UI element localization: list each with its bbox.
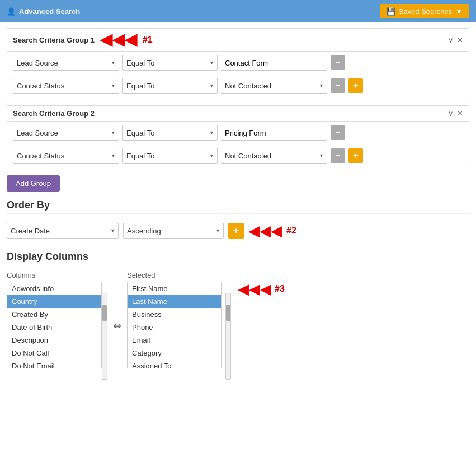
main-content: Search Criteria Group 1 ◀◀◀ #1 ∨ ✕ Lead … xyxy=(0,22,476,385)
value-input-1-1[interactable] xyxy=(221,55,327,71)
selected-columns-list[interactable]: First Name Last Name Business Phone Emai… xyxy=(127,282,222,368)
field-select-wrapper-1-2: Lead Source Contact Status Create Date xyxy=(13,78,119,94)
field-select-wrapper-1-1: Lead Source Contact Status Create Date xyxy=(13,55,119,71)
value-select-wrapper-2-2: Not Contacted Contacted xyxy=(221,148,327,164)
value-select-wrapper-1-2: Not Contacted Contacted xyxy=(221,78,327,94)
group-2-header: Search Criteria Group 2 ∨ ✕ xyxy=(7,106,469,122)
field-select-1-2[interactable]: Lead Source Contact Status Create Date xyxy=(13,78,119,94)
group-1-title: Search Criteria Group 1 ◀◀◀ #1 xyxy=(13,32,153,48)
order-by-row: Create Date First Name Last Name Ascendi… xyxy=(7,220,469,242)
available-columns-box: Columns Adwords info Country Created By … xyxy=(7,271,107,380)
list-item[interactable]: Assigned To xyxy=(128,359,221,368)
close-icon-2[interactable]: ✕ xyxy=(457,109,463,118)
collapse-icon-1[interactable]: ∨ xyxy=(448,36,454,44)
remove-row-1-1-button[interactable]: − xyxy=(331,55,345,70)
transfer-button-col: ⇔ xyxy=(113,282,121,369)
add-group-button[interactable]: Add Group xyxy=(7,175,60,192)
selected-columns-box: Selected First Name Last Name Business P… xyxy=(127,271,285,380)
header-title: 👤 Advanced Search xyxy=(7,7,80,16)
list-item[interactable]: Phone xyxy=(128,321,221,334)
group-1-row-1: Lead Source Contact Status Create Date E… xyxy=(7,52,469,74)
order-direction-select[interactable]: Ascending Descending xyxy=(123,223,224,239)
operator-select-2-2[interactable]: Equal To xyxy=(122,148,218,164)
order-field-select[interactable]: Create Date First Name Last Name xyxy=(7,223,119,239)
selected-columns-label: Selected xyxy=(127,271,285,279)
value-select-1-2[interactable]: Not Contacted Contacted xyxy=(221,78,327,94)
list-item[interactable]: Date of Birth xyxy=(7,321,101,334)
annotation-arrow-1: ◀◀◀ xyxy=(100,32,137,48)
operator-select-2-1[interactable]: Equal To xyxy=(122,125,218,141)
group-2-title: Search Criteria Group 2 xyxy=(13,109,95,118)
operator-select-1-1[interactable]: Equal To Not Equal To xyxy=(122,55,218,71)
columns-layout: Columns Adwords info Country Created By … xyxy=(7,271,469,380)
remove-row-2-1-button[interactable]: − xyxy=(331,125,345,140)
field-select-wrapper-2-1: Lead Source Contact Status xyxy=(13,125,119,141)
add-row-2-2-button[interactable]: + xyxy=(348,148,363,163)
field-select-2-2[interactable]: Lead Source Contact Status xyxy=(13,148,119,164)
available-columns-label: Columns xyxy=(7,271,107,279)
list-item[interactable]: Description xyxy=(7,334,101,347)
group-1-header: Search Criteria Group 1 ◀◀◀ #1 ∨ ✕ xyxy=(7,29,469,52)
operator-select-wrapper-1-1: Equal To Not Equal To xyxy=(122,55,218,71)
available-list-scrollbar[interactable] xyxy=(102,293,107,380)
field-select-2-1[interactable]: Lead Source Contact Status xyxy=(13,125,119,141)
operator-select-wrapper-2-2: Equal To xyxy=(122,148,218,164)
save-icon: 💾 xyxy=(387,7,395,16)
field-select-wrapper-2-2: Lead Source Contact Status xyxy=(13,148,119,164)
remove-row-2-2-button[interactable]: − xyxy=(331,148,345,163)
collapse-icon-2[interactable]: ∨ xyxy=(448,109,454,118)
search-criteria-group-1: Search Criteria Group 1 ◀◀◀ #1 ∨ ✕ Lead … xyxy=(7,28,469,97)
annotation-arrow-2: ◀◀◀ xyxy=(248,223,282,238)
list-item[interactable]: Email xyxy=(128,334,221,347)
header: 👤 Advanced Search 💾 Saved Searches ▼ xyxy=(0,0,476,22)
list-item[interactable]: Country xyxy=(7,295,101,308)
search-criteria-group-2: Search Criteria Group 2 ∨ ✕ Lead Source … xyxy=(7,105,469,167)
operator-select-wrapper-2-1: Equal To xyxy=(122,125,218,141)
display-columns-section: Display Columns Columns Adwords info Cou… xyxy=(7,251,469,380)
list-item[interactable]: Adwords info xyxy=(7,282,101,295)
group-2-row-2: Lead Source Contact Status Equal To Not … xyxy=(7,144,469,167)
list-item[interactable]: Do Not Call xyxy=(7,347,101,359)
add-row-1-2-button[interactable]: + xyxy=(348,78,363,93)
annotation-label-1: #1 xyxy=(143,35,153,45)
list-item[interactable]: Business xyxy=(128,308,221,321)
annotation-label-2: #2 xyxy=(286,226,296,236)
remove-row-1-2-button[interactable]: − xyxy=(331,78,345,93)
list-item[interactable]: Do Not Email xyxy=(7,359,101,368)
order-direction-select-wrapper: Ascending Descending xyxy=(123,223,224,239)
group-1-controls: ∨ ✕ xyxy=(448,36,463,44)
list-item[interactable]: Created By xyxy=(7,308,101,321)
user-icon: 👤 xyxy=(7,7,16,16)
annotation-arrow-3: ◀◀◀ xyxy=(238,282,271,296)
available-columns-list[interactable]: Adwords info Country Created By Date of … xyxy=(7,282,102,368)
operator-select-wrapper-1-2: Equal To Not Equal To xyxy=(122,78,218,94)
chevron-down-icon: ▼ xyxy=(455,7,463,16)
close-icon-1[interactable]: ✕ xyxy=(457,36,463,44)
selected-list-scrollbar[interactable] xyxy=(225,293,231,380)
field-select-1-1[interactable]: Lead Source Contact Status Create Date xyxy=(13,55,119,71)
group-2-controls: ∨ ✕ xyxy=(448,109,463,118)
display-columns-title: Display Columns xyxy=(7,251,469,265)
value-select-2-2[interactable]: Not Contacted Contacted xyxy=(221,148,327,164)
add-order-button[interactable]: + xyxy=(228,223,244,239)
list-item[interactable]: Category xyxy=(128,347,221,359)
annotation-3-container: ◀◀◀ #3 xyxy=(238,282,285,296)
group-2-row-1: Lead Source Contact Status Equal To − xyxy=(7,122,469,144)
saved-searches-button[interactable]: 💾 Saved Searches ▼ xyxy=(380,4,469,18)
order-by-section: Order By Create Date First Name Last Nam… xyxy=(7,199,469,242)
order-by-title: Order By xyxy=(7,199,469,214)
transfer-button[interactable]: ⇔ xyxy=(113,320,121,332)
value-input-2-1[interactable] xyxy=(221,125,327,141)
list-item[interactable]: Last Name xyxy=(128,295,221,308)
order-field-select-wrapper: Create Date First Name Last Name xyxy=(7,223,119,239)
list-item[interactable]: First Name xyxy=(128,282,221,295)
operator-select-1-2[interactable]: Equal To Not Equal To xyxy=(122,78,218,94)
group-1-row-2: Lead Source Contact Status Create Date E… xyxy=(7,74,469,97)
annotation-label-3: #3 xyxy=(275,284,285,294)
